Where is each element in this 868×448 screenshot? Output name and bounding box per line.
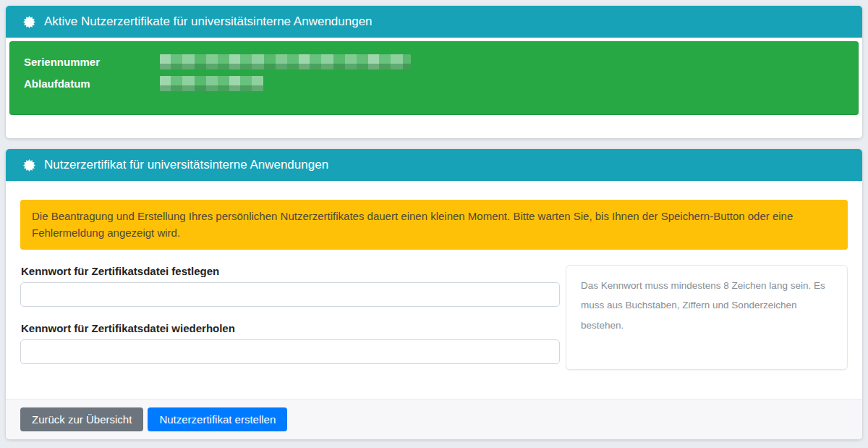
certificate-row-serial: Seriennummer [24, 53, 843, 70]
password-hint-box: Das Kennwort muss mindestens 8 Zeichen l… [566, 265, 848, 370]
active-certificates-header: Aktive Nutzerzertifikate für universität… [6, 6, 862, 38]
processing-warning: Die Beantragung und Erstellung Ihres per… [20, 200, 848, 250]
password-fields-column: Kennwort für Zertifikatsdatei festlegen … [20, 265, 560, 370]
create-certificate-panel: Nutzerzertifikat für universitätsinterne… [6, 149, 862, 439]
create-certificate-title: Nutzerzertifikat für universitätsinterne… [44, 158, 328, 172]
certificate-seal-icon [23, 16, 35, 28]
certificate-row-expiry: Ablaufdatum [24, 75, 843, 92]
password-set-input[interactable] [20, 282, 560, 307]
password-repeat-input[interactable] [20, 339, 560, 364]
active-certificates-body: Seriennummer Ablaufdatum [6, 38, 862, 138]
expiry-date-label: Ablaufdatum [24, 77, 160, 90]
certificate-seal-icon [23, 159, 35, 172]
form-footer: Zurück zur Übersicht Nutzerzertifikat er… [6, 399, 862, 439]
create-certificate-header: Nutzerzertifikat für universitätsinterne… [6, 149, 862, 181]
active-certificates-title: Aktive Nutzerzertifikate für universität… [44, 14, 373, 29]
password-form: Kennwort für Zertifikatsdatei festlegen … [20, 265, 848, 370]
create-certificate-button[interactable]: Nutzerzertifikat erstellen [148, 407, 287, 431]
serial-number-label: Seriennummer [24, 56, 160, 68]
page: Aktive Nutzerzertifikate für universität… [0, 0, 868, 448]
back-to-overview-button[interactable]: Zurück zur Übersicht [20, 407, 143, 431]
serial-number-redacted-value [160, 54, 411, 69]
password-hint-text: Das Kennwort muss mindestens 8 Zeichen l… [581, 276, 833, 336]
active-certificates-panel: Aktive Nutzerzertifikate für universität… [6, 6, 862, 138]
certificate-card: Seriennummer Ablaufdatum [9, 41, 859, 115]
expiry-date-redacted-value [160, 76, 263, 91]
password-repeat-label: Kennwort für Zertifikatsdatei wiederhole… [21, 322, 560, 334]
password-set-label: Kennwort für Zertifikatsdatei festlegen [21, 265, 560, 277]
create-certificate-body: Die Beantragung und Erstellung Ihres per… [6, 181, 862, 399]
